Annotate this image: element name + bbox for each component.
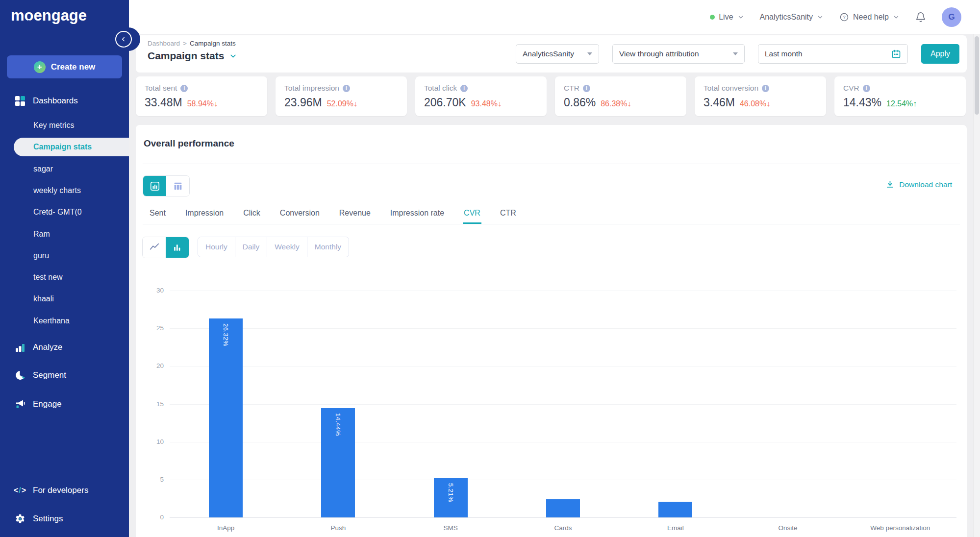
bar-cards[interactable]: [546, 499, 580, 517]
gridline: [170, 517, 956, 518]
plus-icon: +: [34, 61, 46, 73]
sidebar: moengage + Create new Dashboards Key met…: [0, 0, 129, 537]
download-chart-link[interactable]: Download chart: [885, 180, 952, 189]
date-range-picker[interactable]: Last month: [758, 44, 908, 64]
tab-ctr[interactable]: CTR: [499, 203, 517, 224]
live-status-dropdown[interactable]: Live: [710, 13, 744, 22]
page-scrollbar[interactable]: [973, 34, 980, 537]
tab-conversion[interactable]: Conversion: [279, 203, 321, 224]
bar-value-label: 26.32%: [222, 323, 229, 346]
y-axis-tick: 0: [147, 513, 164, 521]
tab-cvr[interactable]: CVR: [463, 203, 481, 224]
segment-label: Segment: [33, 370, 66, 380]
bar-push[interactable]: 14.44%: [321, 408, 355, 517]
chart-view-button[interactable]: [143, 176, 166, 196]
sidebar-item-test-new[interactable]: test new: [0, 268, 129, 287]
bar-inapp[interactable]: 26.32%: [209, 318, 243, 517]
x-axis-label: SMS: [406, 524, 495, 532]
sidebar-item-campaign-stats[interactable]: Campaign stats: [14, 138, 129, 156]
avatar[interactable]: G: [942, 7, 961, 27]
view-toggle: [143, 175, 190, 196]
mini-bars-icon: [173, 243, 182, 252]
tab-impression[interactable]: Impression: [184, 203, 225, 224]
notifications-button[interactable]: [915, 12, 926, 23]
x-axis-label: Web personalization: [856, 524, 944, 532]
tab-click[interactable]: Click: [242, 203, 261, 224]
svg-text:?: ?: [843, 15, 846, 20]
project-select[interactable]: AnalyticsSanity: [516, 44, 599, 64]
create-new-button[interactable]: + Create new: [7, 55, 122, 78]
stat-value: 33.48M: [145, 96, 182, 109]
tab-impression-rate[interactable]: Impression rate: [389, 203, 445, 224]
granularity-monthly[interactable]: Monthly: [307, 237, 349, 257]
breadcrumb-root[interactable]: Dashboard: [148, 40, 180, 47]
calendar-icon: [891, 49, 901, 59]
dropdown-arrow-icon: [587, 52, 592, 55]
attribution-select[interactable]: View through attribution: [612, 44, 745, 64]
trend-toggle: [142, 237, 189, 258]
table-view-button[interactable]: [166, 176, 189, 196]
bar-value-label: 5.21%: [447, 483, 454, 502]
info-icon[interactable]: i: [460, 85, 468, 92]
info-icon[interactable]: i: [762, 85, 769, 92]
sidebar-item-for-developers[interactable]: </> For developers: [0, 481, 129, 500]
info-icon[interactable]: i: [343, 85, 350, 92]
sidebar-item-khaali[interactable]: khaali: [0, 290, 129, 308]
x-axis-label: Cards: [519, 524, 607, 532]
stat-card-total-sent: Total senti33.48M58.94%↓: [136, 76, 267, 116]
need-help-dropdown[interactable]: ? Need help: [839, 12, 900, 22]
account-dropdown[interactable]: AnalyticsSanity: [760, 13, 824, 22]
y-axis-tick: 5: [147, 476, 164, 483]
stat-label: CTRi: [564, 84, 678, 93]
stat-delta: 52.09%↓: [327, 99, 357, 108]
sidebar-item-key-metrics[interactable]: Key metrics: [0, 116, 129, 135]
chevron-left-icon: [120, 36, 127, 43]
gridline: [170, 442, 956, 442]
gridline: [170, 366, 956, 366]
info-icon[interactable]: i: [180, 85, 188, 92]
line-chart-button[interactable]: [143, 237, 166, 258]
title-chevron-down-icon[interactable]: [229, 52, 237, 60]
bar-chart-button[interactable]: [166, 237, 189, 258]
scrollbar-thumb[interactable]: [975, 36, 979, 115]
granularity-hourly[interactable]: Hourly: [198, 237, 235, 257]
tab-sent[interactable]: Sent: [149, 203, 167, 224]
sidebar-collapse-button[interactable]: [115, 31, 132, 48]
divider: [143, 164, 960, 164]
tab-revenue[interactable]: Revenue: [338, 203, 372, 224]
bar-sms[interactable]: 5.21%: [434, 478, 468, 517]
breadcrumb-separator: >: [183, 40, 187, 47]
code-icon: </>: [15, 485, 25, 496]
sidebar-item-segment[interactable]: Segment: [0, 366, 129, 385]
granularity-weekly[interactable]: Weekly: [267, 237, 307, 257]
info-icon[interactable]: i: [583, 85, 590, 92]
sidebar-item-engage[interactable]: Engage: [0, 395, 129, 414]
topbar: Live AnalyticsSanity ? Need help G: [129, 0, 980, 34]
stat-value: 23.96M: [284, 96, 322, 109]
bar-chart-icon: [15, 342, 25, 353]
info-icon[interactable]: i: [863, 85, 870, 92]
stat-label: Total clicki: [424, 84, 538, 93]
account-label: AnalyticsSanity: [760, 13, 813, 22]
bar-email[interactable]: [658, 502, 692, 517]
chevron-down-icon: [817, 14, 824, 21]
sidebar-item-cretd-gmt-0[interactable]: Cretd- GMT(0: [0, 203, 129, 221]
stat-label: CVRi: [843, 84, 957, 93]
gridline: [170, 328, 956, 329]
x-axis-label: Push: [294, 524, 382, 532]
sidebar-item-settings[interactable]: Settings: [0, 510, 129, 528]
sidebar-item-guru[interactable]: guru: [0, 246, 129, 265]
sidebar-item-weekly-charts[interactable]: weekly charts: [0, 181, 129, 200]
sidebar-item-sagar[interactable]: sagar: [0, 160, 129, 178]
stat-value: 14.43%: [843, 96, 881, 109]
sidebar-item-keerthana[interactable]: Keerthana: [0, 312, 129, 330]
stat-card-cvr: CVRi14.43%12.54%↑: [834, 76, 966, 116]
granularity-daily[interactable]: Daily: [235, 237, 267, 257]
apply-button[interactable]: Apply: [921, 44, 959, 64]
sidebar-item-ram[interactable]: Ram: [0, 225, 129, 244]
breadcrumb-current: Campaign stats: [190, 40, 236, 47]
line-zigzag-icon: [149, 242, 160, 253]
sidebar-item-analyze[interactable]: Analyze: [0, 338, 129, 357]
gridline: [170, 480, 956, 480]
sidebar-item-dashboards[interactable]: Dashboards: [0, 92, 129, 110]
